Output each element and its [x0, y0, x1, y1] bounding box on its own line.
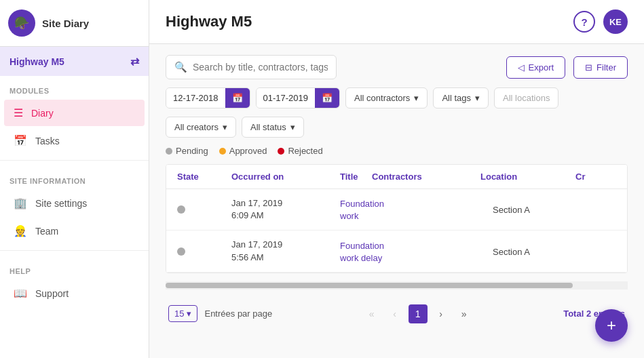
pending-label: Pending	[176, 146, 208, 156]
export-icon: ◁	[518, 62, 525, 73]
avatar[interactable]: KE	[603, 9, 628, 34]
sidebar-item-label-diary: Diary	[31, 108, 54, 119]
creators-filter[interactable]: All creators ▾	[166, 117, 236, 138]
topbar: Highway M5 ? KE	[149, 0, 644, 44]
creators-label: All creators	[174, 122, 219, 132]
status-filter[interactable]: All status ▾	[242, 117, 304, 138]
team-icon: 👷	[14, 224, 27, 237]
legend: Pending Approved Rejected	[166, 146, 628, 156]
page-1-button[interactable]: 1	[409, 304, 428, 323]
state-dot-1	[177, 205, 185, 214]
sidebar-item-diary[interactable]: ☰ Diary	[4, 100, 145, 126]
fab-add-button[interactable]: +	[595, 309, 628, 342]
filter-icon: ⊟	[585, 62, 592, 73]
pagination-left: 15 ▾ Entrées par page	[168, 305, 272, 322]
diary-icon: ☰	[14, 106, 23, 119]
occurred-text-2: Jan 17, 2019 5:56 AM	[231, 239, 340, 263]
horizontal-scrollbar[interactable]	[166, 281, 628, 290]
col-state: State	[177, 172, 231, 182]
contractors-filter[interactable]: All contractors ▾	[345, 87, 428, 108]
status-label: All status	[250, 122, 286, 132]
search-input[interactable]	[193, 62, 328, 73]
site-info-section-label: SITE INFORMATION	[0, 166, 149, 189]
approved-label: Approved	[229, 146, 267, 156]
sidebar-item-label-team: Team	[35, 226, 58, 237]
legend-approved: Approved	[219, 146, 267, 156]
sidebar-item-label-tasks: Tasks	[35, 136, 60, 146]
filter-label: Filter	[596, 62, 616, 73]
tags-label: All tags	[442, 93, 471, 103]
site-settings-icon: 🏢	[14, 197, 27, 210]
approved-dot	[219, 148, 226, 155]
help-button[interactable]: ?	[573, 11, 595, 33]
per-page-select[interactable]: 15 ▾	[168, 305, 197, 322]
app-logo: 🪖	[8, 9, 35, 37]
modules-section-label: MODULES	[0, 76, 149, 99]
status-chevron-icon: ▾	[290, 122, 295, 132]
content-area: 🔍 ◁ Export ⊟ Filter 12-17-2018 📅 01-17-2…	[149, 44, 644, 358]
date-from-calendar-button[interactable]: 📅	[225, 88, 250, 108]
tags-chevron-icon: ▾	[475, 93, 480, 103]
per-page-value: 15	[174, 309, 184, 319]
location-value-2: Section A	[493, 247, 530, 257]
location-cell-1: Section A	[493, 203, 588, 216]
page-title: Highway M5	[166, 13, 252, 31]
support-icon: 📖	[14, 287, 27, 300]
data-table: State Occurred on Title Contractors Loca…	[166, 164, 628, 273]
state-cell-1	[177, 205, 231, 214]
rejected-label: Rejected	[288, 146, 322, 156]
col-occurred: Occurred on	[231, 172, 340, 182]
col-location: Location	[480, 172, 575, 182]
occurred-line2-2: 5:56 AM	[231, 252, 340, 264]
occurred-cell-2: Jan 17, 2019 5:56 AM	[231, 239, 340, 263]
app-name: Site Diary	[42, 18, 89, 29]
state-cell-2	[177, 247, 231, 256]
logo-icon: 🪖	[14, 16, 29, 31]
next-page-button[interactable]: ›	[432, 304, 451, 323]
occurred-text-1: Jan 17, 2019 6:09 AM	[231, 197, 340, 222]
prev-page-button[interactable]: ‹	[385, 304, 404, 323]
legend-pending: Pending	[166, 146, 208, 156]
date-from-group: 12-17-2018 📅	[166, 87, 250, 108]
rejected-dot	[278, 148, 284, 155]
filter-toolbar-2: All creators ▾ All status ▾	[166, 117, 628, 138]
swap-icon: ⇄	[130, 55, 139, 68]
location-label: All locations	[503, 93, 550, 103]
location-filter[interactable]: All locations	[494, 87, 558, 108]
state-dot-2	[177, 247, 185, 256]
last-page-button[interactable]: »	[455, 304, 474, 323]
first-page-button[interactable]: «	[362, 304, 381, 323]
table-row: Jan 17, 2019 6:09 AM Foundation work Sec…	[166, 189, 627, 231]
project-selector[interactable]: Highway M5 ⇄	[0, 47, 149, 76]
sidebar-item-team[interactable]: 👷 Team	[4, 218, 145, 244]
sidebar-item-tasks[interactable]: 📅 Tasks	[4, 127, 145, 154]
contractors-chevron-icon: ▾	[414, 93, 419, 103]
title-cell-2: Foundation work delay	[340, 239, 384, 264]
pagination-bar: 15 ▾ Entrées par page « ‹ 1 › » Total 2 …	[166, 298, 628, 330]
sidebar: 🪖 Site Diary Highway M5 ⇄ MODULES ☰ Diar…	[0, 0, 149, 358]
title-link-2[interactable]: Foundation work delay	[340, 241, 384, 263]
date-to-value: 01-17-2019	[257, 88, 316, 108]
filter-button[interactable]: ⊟ Filter	[573, 56, 628, 79]
location-value-1: Section A	[493, 205, 530, 215]
search-icon: 🔍	[174, 61, 187, 73]
tags-filter[interactable]: All tags ▾	[433, 87, 489, 108]
occurred-line2-1: 6:09 AM	[231, 210, 340, 222]
sidebar-item-support[interactable]: 📖 Support	[4, 280, 145, 306]
date-to-calendar-button[interactable]: 📅	[315, 88, 339, 108]
sidebar-item-site-settings[interactable]: 🏢 Site settings	[4, 190, 145, 216]
date-to-group: 01-17-2019 📅	[256, 87, 341, 108]
sidebar-item-label-support: Support	[35, 288, 69, 299]
col-title: Title	[340, 172, 372, 182]
export-label: Export	[529, 62, 554, 73]
topbar-actions: ? KE	[573, 9, 628, 34]
scrollbar-thumb	[166, 283, 573, 288]
date-from-value: 12-17-2018	[166, 88, 225, 108]
project-name: Highway M5	[10, 56, 64, 67]
occurred-cell-1: Jan 17, 2019 6:09 AM	[231, 197, 340, 222]
export-button[interactable]: ◁ Export	[506, 56, 566, 79]
pending-dot	[166, 148, 172, 155]
title-link-1[interactable]: Foundation work	[340, 199, 384, 221]
col-contractors: Contractors	[372, 172, 480, 182]
search-wrapper: 🔍	[166, 55, 337, 79]
